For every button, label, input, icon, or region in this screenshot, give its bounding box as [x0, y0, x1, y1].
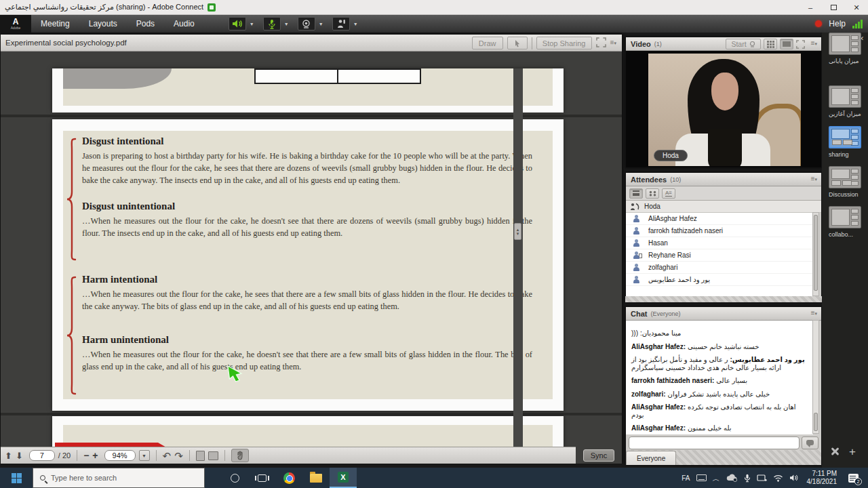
zoom-dropdown-button[interactable]: ▼ [139, 450, 150, 461]
menu-audio[interactable]: Audio [164, 15, 204, 33]
raise-hand-button[interactable] [332, 17, 350, 30]
connection-signal-icon[interactable] [852, 20, 863, 28]
close-button[interactable]: ✕ [845, 0, 868, 15]
windows-taskbar: Type here to search X FA ︿ 7:11 PM [0, 468, 868, 488]
draw-button[interactable]: Draw [472, 37, 503, 49]
start-button[interactable] [0, 468, 33, 488]
recording-indicator-icon[interactable] [815, 20, 822, 27]
slide-section: Harm intentional …When he measures out t… [82, 274, 532, 313]
menu-pods[interactable]: Pods [127, 15, 164, 33]
adobe-logo[interactable]: A Adobe [0, 15, 31, 33]
action-center-icon[interactable]: 2 [848, 474, 859, 483]
language-indicator[interactable]: FA [682, 474, 690, 482]
document-scrollbar-thumb[interactable]: ▲ ▼ [514, 223, 521, 240]
attendees-pod-resize-area[interactable] [625, 296, 822, 302]
chat-message: farrokh fathizadeh naseri:بسیار عالی [631, 377, 808, 385]
list-view-icon [633, 190, 639, 196]
chat-tab-everyone[interactable]: Everyone [626, 451, 676, 465]
taskbar-search[interactable]: Type here to search [33, 468, 205, 488]
attendee-row[interactable]: Hasan [626, 237, 813, 249]
speaker-dropdown[interactable]: ▼ [248, 17, 256, 30]
chat-scrollbar-thumb[interactable] [814, 413, 818, 431]
add-pod-icon[interactable]: + [849, 446, 856, 458]
attendees-scrollbar[interactable] [812, 212, 819, 296]
chat-scrollbar[interactable] [812, 320, 819, 434]
layout-item[interactable]: collabo... [829, 206, 861, 238]
layout-item[interactable]: sharing [829, 126, 861, 158]
tray-expand-icon[interactable]: ︿ [713, 474, 720, 484]
speaker-button[interactable] [229, 17, 246, 30]
shared-document-view[interactable]: Disgust intentional Jason is preparing t… [1, 52, 622, 447]
pointer-tool-button[interactable] [507, 37, 528, 49]
section-text: Jason is preparing to host a birthday pa… [82, 150, 532, 187]
volume-icon[interactable] [789, 474, 798, 482]
pan-tool-button[interactable] [231, 449, 249, 462]
zoom-out-button[interactable]: − [83, 451, 89, 460]
task-view-button[interactable] [248, 468, 275, 488]
sync-button[interactable]: Sync [583, 449, 614, 462]
keyboard-icon[interactable] [696, 474, 707, 481]
microphone-button[interactable] [263, 17, 281, 30]
filmstrip-view-button[interactable] [780, 39, 793, 49]
taskbar-clock[interactable]: 7:11 PM 4/18/2021 [804, 470, 840, 486]
video-name-overlay: Hoda [654, 150, 688, 161]
chat-input[interactable] [629, 436, 800, 449]
chat-pod-menu-button[interactable]: ≡▾ [811, 310, 817, 317]
maximize-button[interactable] [822, 0, 845, 15]
attendee-list-view-button[interactable] [629, 188, 643, 199]
fit-width-button[interactable] [208, 451, 218, 460]
zoom-in-button[interactable]: + [92, 451, 98, 460]
chrome-app-button[interactable] [275, 468, 302, 488]
attendee-row[interactable]: پور ود احمد عطایویس [626, 274, 813, 286]
microphone-tray-icon[interactable] [744, 474, 751, 483]
raise-hand-dropdown[interactable]: ▼ [351, 17, 360, 30]
layout-item[interactable]: میزان آغازین [829, 85, 861, 117]
rotate-left-button[interactable]: ↶ [163, 451, 172, 460]
file-explorer-button[interactable] [302, 468, 330, 488]
share-pod-menu-button[interactable]: ≡▾ [610, 39, 616, 47]
cortana-button[interactable] [221, 468, 248, 488]
grid-view-button[interactable] [764, 39, 777, 49]
layout-item[interactable]: میزان پایانی [829, 33, 861, 64]
attendee-row[interactable]: Reyhane Rasi [626, 249, 813, 262]
host-row[interactable]: Hoda [626, 201, 821, 213]
rotate-right-button[interactable]: ↷ [174, 451, 183, 460]
chat-sender-name: AliAsghar Hafez: [631, 424, 686, 432]
attendee-row[interactable]: zolfaghari [626, 262, 813, 274]
help-menu[interactable]: Help [829, 19, 846, 28]
webcam-dropdown[interactable]: ▼ [317, 17, 326, 30]
excel-app-button[interactable]: X [330, 468, 357, 488]
tools-icon[interactable] [830, 447, 840, 456]
chat-sender-name: مینا محمودیان: [640, 329, 681, 337]
microphone-dropdown[interactable]: ▼ [282, 17, 291, 30]
layout-item[interactable]: Discussion [829, 166, 861, 198]
previous-page-button[interactable]: ⬆ [5, 451, 12, 460]
slide-section: Disgust intentional Jason is preparing t… [82, 136, 532, 187]
zoom-level-input[interactable] [104, 450, 136, 461]
attendee-avatar-icon [633, 264, 640, 271]
fit-page-button[interactable] [196, 451, 205, 461]
next-page-button[interactable]: ⬇ [16, 451, 23, 460]
chat-send-button[interactable] [802, 436, 818, 449]
screen-share-icon[interactable] [757, 474, 767, 482]
video-fullscreen-icon[interactable] [796, 40, 805, 49]
start-webcam-button[interactable]: Start [726, 39, 761, 49]
attendees-scrollbar-thumb[interactable] [814, 215, 818, 291]
menu-meeting[interactable]: Meeting [31, 15, 79, 33]
document-scrollbar[interactable]: ▲ ▼ [513, 68, 523, 447]
onedrive-cloud-icon[interactable] [726, 474, 738, 482]
breakout-view-button[interactable] [646, 188, 659, 199]
attendees-pod-menu-button[interactable]: ≡▾ [811, 176, 817, 183]
minimize-button[interactable]: – [799, 0, 822, 15]
video-pod-menu-button[interactable]: ≡▾ [811, 40, 817, 47]
attendee-row[interactable]: AliAsghar Hafez [626, 213, 813, 225]
fullscreen-button[interactable] [596, 37, 606, 49]
section-heading: Disgust unintentional [82, 201, 532, 212]
attendee-row[interactable]: farrokh fathizadeh naseri [626, 225, 813, 237]
menu-layouts[interactable]: Layouts [79, 15, 127, 33]
stop-sharing-button[interactable]: Stop Sharing [536, 37, 592, 49]
webcam-button[interactable] [298, 17, 315, 30]
status-view-button[interactable]: A≡ [662, 188, 675, 199]
wifi-icon[interactable] [773, 474, 783, 482]
page-number-input[interactable] [29, 450, 55, 461]
